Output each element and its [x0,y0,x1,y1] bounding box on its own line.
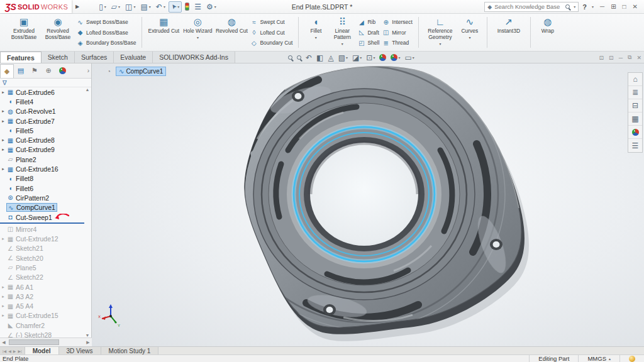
scroll-right-icon[interactable]: ▶ [84,340,92,345]
doc-close-button[interactable]: ✕ [636,55,641,61]
tree-item-a3-a2[interactable]: A3 A2 [0,292,84,301]
caret-icon[interactable]: ▾ [118,4,120,9]
tree-item-fillet5[interactable]: Fillet5 [0,126,84,135]
doc-cascade-button[interactable]: ⧉ [628,54,631,61]
caret-icon[interactable]: ▾ [469,35,470,40]
wrap-button[interactable]: ◍ Wrap [535,16,560,49]
tree-filter-bar[interactable]: ∇ [0,79,91,87]
swept-cut-button[interactable]: ≈Swept Cut [250,17,292,27]
curves-button[interactable]: ∿ Curves ▾ [457,16,482,49]
tab-solidworks-add-ins[interactable]: SOLIDWORKS Add-Ins [153,52,235,63]
scroll-down-icon[interactable]: ▼ [84,333,91,337]
caret-icon[interactable]: ▾ [214,4,216,9]
open-button[interactable]: ▱▾ [109,1,122,13]
expand-arrow-icon[interactable] [0,119,6,124]
reference-geometry-button[interactable]: ∟ Reference Geometry ▾ [423,16,457,49]
tab-sketch[interactable]: Sketch [42,52,75,63]
help-button[interactable]: ? [582,3,587,11]
home-tab-button[interactable]: ⌂ [628,73,642,86]
tree-item-plane5[interactable]: Plane5 [0,263,84,272]
propertymanager-tab[interactable]: ▤ [14,64,28,78]
caret-icon[interactable]: ▾ [341,41,343,46]
swept-boss-base-button[interactable]: ∿Swept Boss/Base [76,17,136,27]
doc-window-icon[interactable]: ⊡ [609,55,614,61]
tree-item-cut-extrude7[interactable]: Cut-Extrude7 [0,116,84,126]
extruded-cut-button[interactable]: ▦ Extruded Cut [147,16,180,49]
thread-button[interactable]: ≣Thread [382,38,413,48]
window-maximize-button[interactable]: □ [623,3,626,10]
tree-item-a6-a1[interactable]: A6 A1 [0,282,84,292]
custom-properties-button[interactable]: ☰ [628,139,642,152]
save-button[interactable]: ◫▾ [123,1,137,13]
tab-scroll-last-icon[interactable]: ▶| [17,349,22,353]
caret-icon[interactable]: ▾ [104,4,106,9]
status-sphere[interactable] [619,355,644,362]
tab-scroll-next-icon[interactable]: ▶ [13,349,17,353]
file-properties-button[interactable]: ☰ [192,1,203,13]
tree-item-cut-extrude6[interactable]: Cut-Extrude6 [0,87,84,97]
tab-motion-study-1[interactable]: Motion Study 1 [101,347,159,354]
tree-item-cirpattern2[interactable]: CirPattern2 [0,193,84,202]
caret-icon[interactable]: ▾ [149,4,151,9]
file-explorer-button[interactable]: ⊟ [628,99,642,112]
view-orientation-button[interactable]: ▧▾ [338,53,348,62]
mirror-button[interactable]: ◫Mirror [382,28,413,38]
tree-item-sketch22[interactable]: Sketch22 [0,273,84,282]
expand-arrow-icon[interactable] [0,294,6,299]
tree-item-fillet6[interactable]: Fillet6 [0,184,84,193]
tree-item-fillet8[interactable]: Fillet8 [0,174,84,184]
appearances-scenes-button[interactable] [628,126,642,139]
tree-item-sketch21[interactable]: Sketch21 [0,244,84,253]
expand-arrow-icon[interactable] [0,147,6,152]
rib-button[interactable]: ◢Rib [357,17,379,27]
revolved-cut-button[interactable]: ◍ Revolved Cut [214,16,248,49]
scrollbar-thumb[interactable] [9,339,59,345]
tree-vertical-scrollbar[interactable]: ▲ ▼ [84,87,91,337]
caret-icon[interactable]: ▾ [360,55,362,60]
tree-item-mirror4[interactable]: Mirror4 [0,224,84,234]
extruded-boss-base-button[interactable]: ▣ Extruded Boss/Base [7,16,41,49]
tab-model[interactable]: Model [25,347,59,354]
tree-item-cut-extrude9[interactable]: Cut-Extrude9 [0,145,84,155]
intersect-button[interactable]: ⊕Intersect [382,17,413,27]
tab-scroll-first-icon[interactable]: |◀ [2,349,7,353]
window-close-button[interactable]: ✕ [633,3,638,10]
caret-icon[interactable]: ▾ [413,55,414,60]
design-library-button[interactable]: ≣ [628,86,642,99]
tab-scroll-prev-icon[interactable]: ◀ [8,349,12,353]
tree-item-cut-extrude16[interactable]: Cut-Extrude16 [0,164,84,173]
tab-evaluate[interactable]: Evaluate [114,52,153,63]
end-plate-3d-model[interactable] [92,63,644,346]
expand-arrow-icon[interactable] [0,109,6,114]
window-restore-button[interactable]: ⊞ [611,3,616,10]
print-button[interactable]: ▤▾ [138,1,152,13]
tab-3d-views[interactable]: 3D Views [59,347,101,354]
tree-item-cut-extrude8[interactable]: Cut-Extrude8 [0,135,84,145]
caret-icon[interactable]: ▾ [315,35,317,40]
select-button[interactable]: ➤▾ [169,1,182,13]
boundary-boss-base-button[interactable]: ◈Boundary Boss/Base [76,38,136,48]
help-caret-icon[interactable]: ▾ [592,4,594,9]
featuremanager-tree-tab[interactable]: ◆ [0,64,14,78]
view-settings-button[interactable]: ▭▾ [404,53,414,62]
expand-arrow-icon[interactable] [0,285,6,290]
instant3d-button[interactable]: ↗ Instant3D [492,16,526,49]
breadcrumb-compcurve1[interactable]: ∿ CompCurve1 [116,67,166,76]
expand-arrow-icon[interactable] [0,138,6,143]
tree-item-sketch28[interactable]: (-) Sketch28 [0,330,84,337]
tree-item-compcurve1-selected[interactable]: CompCurve1 [0,203,84,212]
scroll-up-icon[interactable]: ▲ [84,87,91,92]
rebuild-button[interactable] [183,1,191,13]
tree-horizontal-scrollbar[interactable]: ◀ ▶ [0,337,92,346]
tree-item-a5-a4[interactable]: A5 A4 [0,302,84,311]
undo-button[interactable]: ↶▾ [154,1,167,13]
search-caret-icon[interactable]: ▾ [574,4,575,9]
expand-arrow-icon[interactable] [0,313,6,318]
zoom-to-area-button[interactable] [297,55,301,60]
selected-tree-item[interactable]: CompCurve1 [6,203,57,212]
tree-item-cut-sweep1[interactable]: Cut-Sweep1 [0,212,84,222]
tab-features[interactable]: Features [0,52,42,63]
configurationmanager-tab[interactable]: ⚑ [28,64,42,78]
doc-window-icon[interactable]: ⊡ [599,55,604,61]
expand-arrow-icon[interactable] [0,90,6,95]
